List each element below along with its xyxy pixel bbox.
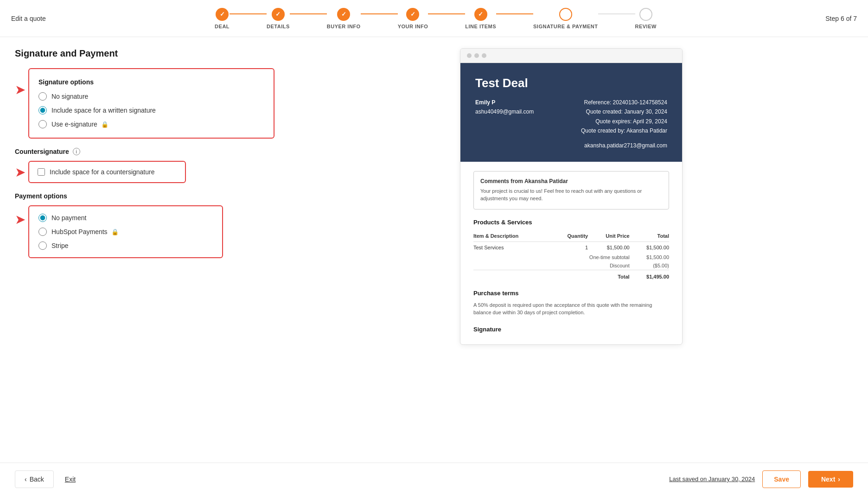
radio-e-signature-input[interactable] [38, 120, 47, 128]
dot-2 [474, 53, 479, 58]
countersignature-header: Countersignature i [15, 148, 274, 155]
radio-stripe-input[interactable] [38, 241, 47, 250]
step-line-items: ✓ LINE ITEMS [465, 8, 496, 29]
payment-options-section: Payment options ➤ No payment HubSpot Pay… [15, 192, 274, 267]
preview-ref-block: Reference: 20240130-124758524 Quote crea… [581, 98, 667, 136]
connector-5 [496, 13, 533, 14]
payment-radio-group: No payment HubSpot Payments 🔒 Stripe [38, 214, 213, 250]
preview-body: Comments from Akansha Patidar Your proje… [460, 162, 682, 344]
preview-buyer-info: Emily P ashu40499@gmail.com Reference: 2… [475, 98, 667, 136]
preview-dots [460, 49, 682, 63]
preview-row-qty: 1 [552, 241, 588, 253]
preview-deal-title: Test Deal [475, 76, 667, 90]
preview-signature-section: Signature Signature Date [473, 326, 669, 344]
preview-subtotal-value: $1,500.00 [630, 253, 669, 261]
radio-no-signature[interactable]: No signature [38, 92, 264, 101]
step-your-info-circle: ✓ [406, 8, 419, 21]
signature-radio-group: No signature Include space for a written… [38, 92, 264, 128]
countersignature-checkbox[interactable] [38, 168, 45, 176]
arrow-countersig: ➤ [15, 165, 26, 180]
bottom-bar: ‹ Back Exit Last saved on January 30, 20… [0, 463, 868, 495]
preview-col-unit: Unit Price [588, 230, 630, 242]
connector-2 [290, 13, 327, 14]
preview-purchase-terms-title: Purchase terms [473, 290, 669, 297]
radio-stripe[interactable]: Stripe [38, 241, 213, 250]
preview-purchase-terms-text: A 50% deposit is required upon the accep… [473, 301, 669, 317]
radio-written-signature[interactable]: Include space for a written signature [38, 106, 264, 114]
preview-subtotal-label: One-time subtotal [473, 253, 630, 261]
radio-no-signature-input[interactable] [38, 92, 47, 101]
bottom-right: Last saved on January 30, 2024 Save Next… [669, 470, 853, 488]
preview-table: Item & Description Quantity Unit Price T… [473, 230, 669, 282]
step-signature-payment-label: SIGNATURE & PAYMENT [533, 24, 598, 29]
preview-comments-box: Comments from Akansha Patidar Your proje… [473, 171, 669, 209]
preview-col-qty: Quantity [552, 230, 588, 242]
dot-1 [467, 53, 472, 58]
preview-col-total: Total [630, 230, 669, 242]
radio-no-signature-label: No signature [51, 93, 88, 100]
radio-hubspot-payments-label: HubSpot Payments 🔒 [51, 228, 119, 235]
step-deal-label: DEAL [215, 24, 230, 29]
left-panel: Signature and Payment ➤ Signature option… [15, 48, 274, 463]
next-button[interactable]: Next › [808, 471, 853, 488]
next-label: Next [821, 476, 835, 483]
countersignature-section: Countersignature i ➤ Include space for a… [15, 148, 274, 183]
radio-e-signature-label: Use e-signature 🔒 [51, 121, 108, 128]
step-details-circle: ✓ [272, 8, 285, 21]
e-signature-lock-icon: 🔒 [101, 121, 108, 128]
exit-button[interactable]: Exit [65, 476, 76, 483]
save-button[interactable]: Save [762, 470, 801, 488]
dot-3 [482, 53, 486, 58]
last-saved-label: Last saved on January 30, 2024 [669, 476, 755, 482]
step-your-info-label: YOUR INFO [398, 24, 428, 29]
preview-purchase-terms: Purchase terms A 50% deposit is required… [473, 290, 669, 317]
radio-written-signature-input[interactable] [38, 106, 47, 114]
countersignature-title: Countersignature [15, 148, 69, 155]
top-bar: Edit a quote ✓ DEAL ✓ DETAILS ✓ BUYER IN… [0, 0, 868, 37]
back-button[interactable]: ‹ Back [15, 470, 54, 488]
preview-reference: Reference: 20240130-124758524 [581, 98, 667, 107]
preview-discount-row: Discount ($5.00) [473, 261, 669, 270]
connector-3 [361, 13, 398, 14]
countersignature-info-icon[interactable]: i [73, 148, 80, 155]
preview-products-title: Products & Services [473, 219, 669, 226]
countersignature-checkbox-box[interactable]: Include space for a countersignature [28, 161, 186, 183]
preview-subtotal-row: One-time subtotal $1,500.00 [473, 253, 669, 261]
step-your-info: ✓ YOUR INFO [398, 8, 428, 29]
preview-total-label: Total [473, 270, 630, 282]
signature-options-box: Signature options No signature Include s… [28, 68, 274, 139]
preview-quote-expires: Quote expires: April 29, 2024 [581, 117, 667, 126]
step-buyer-info-label: BUYER INFO [327, 24, 361, 29]
preview-row-total: $1,500.00 [630, 241, 669, 253]
preview-comments-title: Comments from Akansha Patidar [480, 178, 662, 184]
preview-scroll: Test Deal Emily P ashu40499@gmail.com Re… [460, 63, 682, 344]
preview-signature-title: Signature [473, 326, 669, 333]
step-review-circle [639, 8, 652, 21]
connector-6 [598, 13, 635, 14]
step-review: REVIEW [635, 8, 657, 29]
preview-comments-text: Your project is crucial to us! Feel free… [480, 187, 662, 203]
radio-stripe-label: Stripe [51, 242, 69, 249]
step-deal-circle: ✓ [216, 8, 229, 21]
back-label: Back [30, 476, 44, 483]
preview-total-row: Total $1,495.00 [473, 270, 669, 282]
connector-1 [230, 13, 267, 14]
radio-no-payment-input[interactable] [38, 214, 47, 222]
step-details-label: DETAILS [267, 24, 290, 29]
save-label: Save [774, 476, 789, 483]
radio-no-payment[interactable]: No payment [38, 214, 213, 222]
stepper: ✓ DEAL ✓ DETAILS ✓ BUYER INFO ✓ YOUR INF… [61, 8, 811, 29]
step-line-items-label: LINE ITEMS [465, 24, 496, 29]
edit-quote-label: Edit a quote [11, 15, 46, 22]
step-buyer-info: ✓ BUYER INFO [327, 8, 361, 29]
radio-e-signature[interactable]: Use e-signature 🔒 [38, 120, 264, 128]
connector-4 [428, 13, 465, 14]
radio-hubspot-payments[interactable]: HubSpot Payments 🔒 [38, 228, 213, 236]
arrow-payment: ➤ [15, 212, 26, 227]
payment-options-title: Payment options [15, 192, 274, 200]
right-panel: Test Deal Emily P ashu40499@gmail.com Re… [289, 48, 853, 463]
preview-quote-created-by: Quote created by: Akansha Patidar [581, 126, 667, 135]
radio-hubspot-payments-input[interactable] [38, 228, 47, 236]
countersignature-checkbox-label: Include space for a countersignature [50, 168, 154, 176]
radio-no-payment-label: No payment [51, 214, 86, 222]
